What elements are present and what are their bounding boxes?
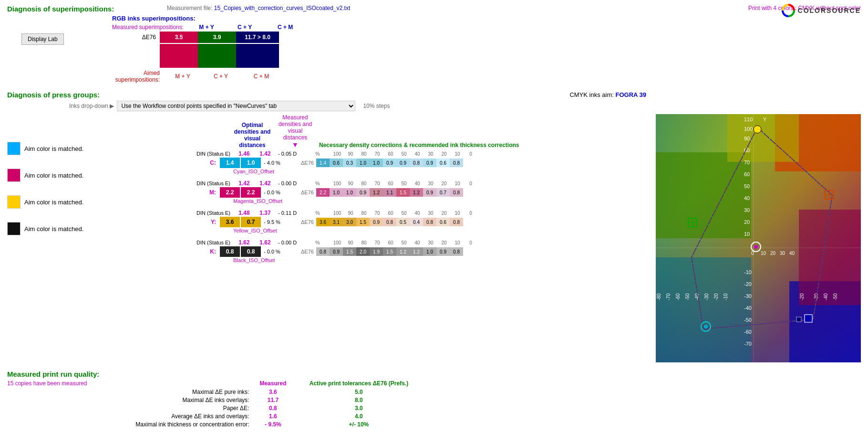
- opt-val-black: 0.8: [220, 246, 240, 257]
- tolerance-header: Active print tolerances ΔE76 (Prefs.): [297, 380, 421, 387]
- svg-text:30: 30: [744, 207, 750, 213]
- ink-name-black: Black_ISO_Offset: [233, 257, 275, 263]
- aimed-superimpositions-label: Aimed superimpositions:: [112, 70, 160, 83]
- svg-text:-70: -70: [666, 293, 671, 300]
- cmyk-aim: CMYK inks aim: FOGRA 39: [569, 91, 646, 98]
- sup-val-cm: 11.7 > 8.0: [236, 32, 279, 43]
- sup-header-my: M + Y: [187, 24, 226, 31]
- ink-group-magenta: DIN (Status E) 1.42 1.42 - 0.00 D % 1009…: [114, 180, 654, 204]
- inks-dropdown-select[interactable]: Use the Workflow control points specifie…: [117, 101, 355, 111]
- din-label-magenta: DIN (Status E): [114, 180, 233, 186]
- svg-rect-5: [656, 152, 751, 238]
- din-meas-magenta: 1.42: [255, 180, 275, 187]
- svg-text:-10: -10: [723, 293, 728, 300]
- colorsource-logo-text: COLORSOURCE: [798, 7, 861, 14]
- svg-text:-30: -30: [744, 293, 752, 299]
- quality-row-2: Paper ΔE: 0.8 3.0: [125, 405, 421, 412]
- svg-text:-20: -20: [799, 293, 805, 300]
- din-opt-yellow: 1.48: [234, 210, 254, 216]
- color-box-magenta: [7, 169, 21, 182]
- pct-corr-cyan: - 4.0 %: [262, 160, 300, 166]
- svg-text:100: 100: [744, 126, 753, 132]
- svg-text:-30: -30: [704, 293, 709, 300]
- quality-row-3: Average ΔE inks and overlays: 1.6 4.0: [125, 413, 421, 420]
- svg-text:-60: -60: [744, 329, 752, 335]
- svg-point-48: [754, 126, 761, 133]
- measurement-file-info: Measurement file: 15_Copies_with_correct…: [167, 5, 350, 11]
- pct-corr-magenta: - 0.0 %: [262, 190, 300, 195]
- aimed-header-cy: C + Y: [202, 73, 240, 80]
- color-box-cyan: [7, 142, 21, 155]
- svg-text:20: 20: [770, 251, 776, 256]
- din-corr-cyan: - 0.05 D: [276, 151, 314, 157]
- measured-superimpositions-label: Measured superimpositions:: [112, 24, 184, 31]
- svg-text:10: 10: [761, 251, 766, 256]
- din-opt-black: 1.62: [234, 239, 254, 246]
- aim-cyan-text: Aim color is matched.: [24, 145, 83, 152]
- color-box-yellow: [7, 195, 21, 209]
- svg-text:-60: -60: [675, 293, 681, 300]
- quality-row-0: Maximal ΔE pure inks: 3.6 5.0: [125, 389, 421, 395]
- svg-text:40: 40: [789, 251, 795, 256]
- aim-yellow-text: Aim color is matched.: [24, 199, 83, 206]
- svg-text:70: 70: [744, 159, 750, 165]
- din-meas-cyan: 1.42: [255, 150, 275, 157]
- lab-color-chart: 110 Y 100 90 80 70 60 50 40 30 20 10 -80…: [656, 114, 861, 362]
- din-label-black: DIN (Status E): [114, 240, 233, 245]
- ink-group-yellow: DIN (Status E) 1.48 1.37 - 0.11 D % 1009…: [114, 210, 654, 233]
- rgb-inks-title: RGB inks superimpositions:: [112, 15, 861, 22]
- press-groups-title: Diagnosis of press groups:: [7, 91, 100, 99]
- din-corr-yellow: - 0.11 D: [276, 210, 314, 216]
- aimed-header-cm: C + M: [240, 73, 283, 80]
- ink-name-yellow: Yellow_ISO_Offset: [233, 228, 277, 233]
- aim-black: Aim color is matched.: [7, 222, 112, 235]
- display-lab-button[interactable]: Display Lab: [21, 33, 64, 45]
- ink-label-cyan: C:: [114, 159, 219, 166]
- ink-label-black: K:: [114, 248, 219, 255]
- meas-val-magenta: 2.2: [241, 187, 261, 198]
- din-label-cyan: DIN (Status E): [114, 151, 233, 157]
- opt-val-cyan: 1.4: [220, 158, 240, 168]
- sup-header-cy: C + Y: [226, 24, 264, 31]
- measured-header: Measured: [254, 380, 292, 387]
- din-opt-cyan: 1.46: [234, 150, 254, 157]
- din-corr-magenta: - 0.00 D: [276, 180, 314, 186]
- aim-yellow: Aim color is matched.: [7, 195, 112, 209]
- aim-magenta: Aim color is matched.: [7, 169, 112, 182]
- svg-text:90: 90: [744, 136, 750, 141]
- diagnosis-superimpositions-title: Diagnosis of superimpositions:: [7, 5, 114, 13]
- svg-text:30: 30: [780, 251, 785, 256]
- quality-section: Measured print run quality: 15 copies ha…: [7, 370, 861, 429]
- aim-cyan: Aim color is matched.: [7, 142, 112, 155]
- svg-point-56: [754, 245, 758, 249]
- ink-name-cyan: Cyan_ISO_Offset: [233, 169, 274, 174]
- sup-val-cy: 3.9: [198, 32, 236, 43]
- svg-text:-20: -20: [713, 293, 719, 300]
- svg-text:60: 60: [744, 171, 750, 177]
- sup-header-cm: C + M: [264, 24, 307, 31]
- din-label-yellow: DIN (Status E): [114, 210, 233, 216]
- svg-text:-50: -50: [744, 317, 752, 323]
- quality-row-1: Maximal ΔE inks overlays: 11.7 8.0: [125, 397, 421, 403]
- pct-label-cyan: %: [315, 151, 330, 157]
- svg-text:-50: -50: [833, 293, 838, 300]
- opt-val-magenta: 2.2: [220, 187, 240, 198]
- svg-text:-20: -20: [744, 281, 752, 287]
- sup-val-my: 3.5: [160, 32, 198, 43]
- colorsource-logo-icon: [782, 4, 795, 17]
- measured-quality-title: Measured print run quality:: [7, 370, 861, 378]
- svg-text:110: 110: [744, 116, 753, 122]
- svg-point-58: [704, 325, 708, 328]
- ink-group-cyan: DIN (Status E) 1.46 1.42 - 0.05 D % 1009…: [114, 150, 654, 174]
- svg-rect-59: [805, 315, 812, 322]
- din-opt-magenta: 1.42: [234, 180, 254, 187]
- necessary-label: Necessary density corrections & recommen…: [319, 142, 519, 148]
- pct-corr-yellow: - 9.5 %: [262, 219, 300, 225]
- opt-val-yellow: 3.6: [220, 217, 240, 227]
- copies-label: 15 copies have been measured: [7, 380, 87, 387]
- meas-val-yellow: 0.7: [241, 217, 261, 227]
- svg-text:20: 20: [744, 219, 750, 225]
- svg-rect-8: [656, 257, 751, 362]
- lab-chart-svg: 110 Y 100 90 80 70 60 50 40 30 20 10 -80…: [656, 114, 861, 362]
- svg-text:-50: -50: [685, 293, 690, 300]
